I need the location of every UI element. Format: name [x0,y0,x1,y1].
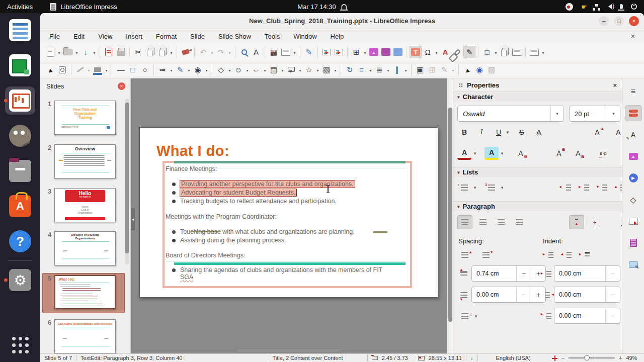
export-pdf-icon[interactable] [103,46,115,58]
cut-icon[interactable]: ✂ [132,46,144,58]
increase-paragraph-spacing-icon[interactable]: ▴ [459,249,470,260]
align-right-button[interactable] [494,215,509,229]
bullet-text[interactable]: Assisting during the planning process. [180,237,286,244]
zoom-pan-icon[interactable] [56,63,68,76]
dock-files[interactable] [5,157,35,185]
print-icon[interactable] [115,46,127,58]
dock-help[interactable]: ? [5,227,35,255]
new-slide-icon[interactable] [499,46,511,58]
callout-shapes-icon[interactable] [285,63,297,76]
display-mode-icon[interactable]: ✎ [303,46,315,58]
insert-table-icon[interactable]: ⊞ [350,46,362,58]
start-from-first-slide-icon[interactable] [320,46,333,58]
menu-insert[interactable]: Insert [126,33,142,40]
vertical-scrollbar[interactable] [447,78,453,353]
underline-dropdown-icon[interactable]: ▾ [504,126,511,139]
menu-tools[interactable]: Tools [265,33,280,40]
bold-button[interactable]: B [457,126,471,139]
indent-after-value[interactable]: 0.00 cm [554,291,605,298]
block-arrows-dropdown-icon[interactable]: ▾ [262,63,268,76]
clone-formatting-icon[interactable] [180,46,192,58]
font-color-dropdown-icon[interactable]: ▾ [471,147,478,160]
ordered-list-button[interactable]: 1 [485,181,499,194]
undo-icon[interactable]: ↶ [197,46,209,58]
line-object[interactable] [373,231,387,233]
basic-shapes-icon[interactable]: ◇ [215,63,227,76]
decrease-font-size-button[interactable]: A▾ [611,126,622,139]
increase-font-size-button[interactable]: A▴ [590,126,604,139]
basic-shapes-dropdown-icon[interactable]: ▾ [227,63,232,76]
title-bar[interactable]: New_Club_Spring_2018_Training.pptx - Lib… [40,13,644,29]
special-char-dropdown-icon[interactable]: ▾ [434,46,439,58]
shape-dropdown-icon[interactable]: ▾ [493,46,499,58]
duplicate-slide-icon[interactable] [511,46,523,58]
dock-gimp[interactable] [5,122,35,150]
slide-editing-area[interactable]: What I do: Finance Meetings: Providing a… [139,127,438,298]
align-center-button[interactable] [475,215,491,229]
edit-points-icon[interactable]: ▴ [461,63,473,76]
system-tray[interactable]: ☛ [566,3,644,11]
dock-calc[interactable] [5,51,35,79]
slide-layout-icon[interactable] [528,46,540,58]
save-icon[interactable]: ↓ [79,46,92,58]
increase-indent-icon[interactable]: ▸ [544,249,555,260]
spacing-above-minus-button[interactable]: − [516,266,531,281]
dock-show-apps[interactable] [5,331,35,359]
table-dropdown-icon[interactable]: ▾ [362,46,368,58]
slide-thumbnail-1[interactable]: 1 New Club and Organization Training SPR… [40,101,127,135]
slide-thumbnail-6[interactable]: 6 Club Rights, Responsibilities, and Res… [40,319,127,353]
close-button[interactable]: × [629,16,639,26]
highlight-dropdown-icon[interactable]: ▾ [499,147,506,160]
arrange-dropdown-icon[interactable]: ▾ [385,63,391,76]
maximize-button[interactable]: □ [614,16,624,26]
bullet-board-1[interactable]: Sharing the agendas of clubs and organiz… [172,266,382,281]
slide-thumbnail-2[interactable]: 2 Overview [40,144,127,178]
menu-help[interactable]: Help [331,33,344,40]
font-size-value[interactable]: 20 pt [570,110,607,118]
font-color-button[interactable]: A [457,147,471,160]
panel-splitter[interactable]: ◂ [131,78,135,353]
bullet-finance-2[interactable]: Advocating for student Budget Requests. [172,189,297,196]
language-status[interactable]: English (USA) [496,355,531,361]
hyperlink-icon[interactable] [451,46,463,58]
shadow-icon[interactable]: ▣ [414,63,426,76]
move-down-button[interactable]: ▾ [596,181,610,194]
minimize-button[interactable]: – [599,16,609,26]
filter-icon[interactable]: ✎ [438,63,450,76]
tab-styles[interactable]: A✎ [625,127,642,143]
indent-after-minus-button[interactable]: − [605,287,620,302]
spelling-icon[interactable]: A [250,46,262,58]
cursor-position-value[interactable]: 2.45 / 3.73 [382,355,408,361]
bullet-text[interactable]: Tracking budgets to reflect attendance a… [180,198,337,205]
demote-button[interactable]: ▸ [560,181,574,194]
volume-icon[interactable] [606,4,612,9]
indent-before-spinner[interactable]: 0.00 cm − [554,265,620,282]
curve-dropdown-icon[interactable]: ▾ [186,63,192,76]
board-heading[interactable]: Board of Directors Meetings: [166,252,245,259]
unordered-list-dropdown-icon[interactable]: ▾ [471,181,478,194]
spacing-below-minus-button[interactable]: − [516,287,531,302]
tab-gallery[interactable]: ▴ [625,148,642,164]
highlight-color-button[interactable]: A [485,147,499,160]
3d-objects-dropdown-icon[interactable]: ▾ [333,63,338,76]
gluepoints-icon[interactable]: ◉ [473,63,486,76]
open-file-icon[interactable] [62,46,74,58]
font-size-dropdown-icon[interactable]: ▾ [607,106,620,121]
special-character-icon[interactable]: Ω [422,46,434,58]
vertical-scrollbar-thumb[interactable] [448,108,452,322]
symbol-shapes-dropdown-icon[interactable]: ▾ [245,63,250,76]
indent-first-value[interactable]: 0.00 cm [554,312,605,319]
strikethrough-button[interactable]: S [515,126,529,139]
insert-shape-icon[interactable]: □ [481,46,493,58]
italic-button[interactable]: I [474,126,489,139]
hanging-indent-icon[interactable]: ▸ [580,249,591,260]
slide-canvas[interactable]: What I do: Finance Meetings: Providing a… [135,78,447,353]
line-spacing-icon[interactable]: ↕ [459,311,470,322]
superscript-button[interactable]: AB [552,147,566,160]
distribute-dropdown-icon[interactable]: ▾ [403,63,409,76]
coordinator-heading[interactable]: Meetings with the Program Coordinator: [166,213,277,220]
horizontal-scrollbar-thumb[interactable] [236,348,342,352]
align-vertical-center-button[interactable]: ÷ [587,215,602,229]
decrease-indent-icon[interactable]: ◂ [562,249,573,260]
slide-count-status[interactable]: Slide 5 of 7 [44,355,72,361]
